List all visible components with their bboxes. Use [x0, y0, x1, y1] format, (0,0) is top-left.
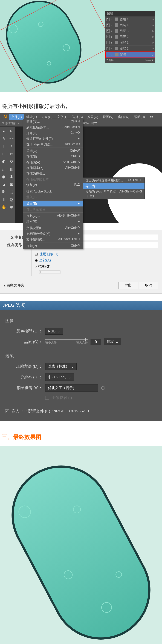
menu-item[interactable]: 新建(N)...Ctrl+N [23, 119, 83, 124]
tool-button[interactable]: ✎ [0, 135, 8, 142]
antialias-label: 消除锯齿 (A)： [5, 385, 42, 391]
tool-button[interactable]: ▸ [0, 127, 8, 135]
tool-button[interactable]: ⬚ [0, 165, 8, 173]
menu-item[interactable]: 文档颜色模式(M) ▸ [23, 231, 83, 236]
tool-button[interactable]: ◐ [0, 158, 8, 165]
menu-item[interactable]: 视图(V) [101, 114, 116, 120]
tool-button[interactable]: ⊕ [8, 203, 15, 211]
visibility-icon[interactable] [106, 24, 110, 27]
menu-item[interactable]: 从模板新建(T)...Shift+Ctrl+N [23, 124, 83, 130]
color-model-select[interactable]: RGB ⌄ [45, 328, 63, 334]
submenu-item[interactable]: 导出为... [83, 183, 144, 189]
tool-button[interactable]: ⫴ [0, 196, 8, 203]
chevron-right-icon: ▸ [78, 136, 80, 140]
tool-button[interactable]: ✱ [8, 173, 15, 180]
menu-item[interactable]: 最近打开的文件(F) ▸ [23, 136, 83, 142]
tool-button[interactable]: ✂ [8, 150, 15, 158]
layer-row[interactable]: ›图层 1○ [106, 40, 155, 46]
jpeg-options-dialog: JPEG 选项 图像 颜色模型 (C)： RGB ⌄ 品质 (Q)： 较小文件较… [0, 301, 162, 421]
info-icon[interactable]: i [101, 386, 105, 390]
export-button[interactable]: 导出 [118, 282, 138, 289]
radio-range[interactable]: ○ [35, 264, 37, 268]
resolution-select[interactable]: 中 (150 ppi) ⌄ [45, 374, 74, 381]
menu-item[interactable]: 打印(P)...Ctrl+P [23, 243, 83, 249]
menu-item[interactable]: 恢复(V)F12 [23, 182, 83, 188]
chevron-right-icon: ▸ [78, 232, 80, 236]
antialias-select[interactable]: 优化文字（提示） ⌄ [45, 384, 98, 392]
visibility-icon[interactable] [106, 35, 110, 38]
chevron-down-icon: ⌄ [68, 375, 71, 379]
menu-item[interactable]: 窗口(W) [116, 114, 132, 120]
tool-button[interactable]: ⊞ [8, 180, 15, 188]
visibility-icon[interactable] [106, 29, 110, 32]
quality-slider[interactable] [45, 339, 88, 340]
layer-name: 背景 [120, 52, 126, 57]
layer-thumbnail [114, 35, 118, 38]
tool-button[interactable]: □ [0, 150, 8, 158]
menu-item[interactable]: 打开(O)...Ctrl+O [23, 130, 83, 136]
tool-button[interactable]: ◢ [0, 180, 8, 188]
tool-button[interactable]: 〰 [8, 135, 15, 142]
submenu-item[interactable]: 导出为多种屏幕所用格式...Alt+Ctrl+E [83, 178, 144, 183]
menu-item[interactable]: 存储副本(Y)...Alt+Ctrl+S [23, 165, 83, 171]
tool-button[interactable]: ▹ [8, 127, 15, 135]
visibility-icon[interactable] [106, 41, 110, 44]
layer-row[interactable]: ›图层 2○ [106, 34, 155, 40]
layers-panel-title: 图层 [106, 10, 155, 16]
menu-item[interactable]: 存储(S)Ctrl+S [23, 154, 83, 160]
layer-thumbnail [114, 18, 118, 21]
tool-button[interactable]: / [8, 142, 15, 150]
checkbox-use-artboards[interactable]: ☑ [35, 252, 38, 256]
caption-1: 将所有小图形排版好后导出。 [0, 99, 162, 114]
visibility-icon[interactable] [106, 47, 110, 50]
menu-item[interactable]: 搜索 Adobe Stock... [23, 188, 83, 194]
menu-item[interactable]: 脚本(R) ▸ [23, 219, 83, 224]
menu-item[interactable]: 打包(G)...Alt+Shift+Ctrl+P [23, 213, 83, 219]
hide-folders-toggle[interactable]: ▴ 隐藏文件夹 [4, 283, 24, 288]
jpeg-dialog-title: JPEG 选项 [0, 301, 162, 310]
menu-item[interactable]: 导出(E) ▸ [23, 201, 83, 206]
submenu-item[interactable]: 存储为 Web 所用格式 (旧版)...Alt+Shift+Ctrl+S [83, 189, 144, 199]
cancel-button[interactable]: 取消 [139, 282, 158, 289]
menu-item[interactable]: 存储为模板... [23, 171, 83, 176]
embed-icc-checkbox[interactable]: ✓ [5, 410, 9, 413]
menu-item[interactable]: ■■ [147, 114, 156, 120]
layer-row[interactable]: ›图层 2○ [106, 46, 155, 52]
menu-item[interactable]: 关闭(C)Ctrl+W [23, 148, 83, 154]
menu-item[interactable]: 文档设置(D)...Alt+Ctrl+P [23, 225, 83, 231]
layer-name: 图层 18 [120, 17, 130, 22]
menu-item[interactable]: 文件信息(I)...Alt+Shift+Ctrl+I [23, 236, 83, 242]
menu-item[interactable]: 在 Bridge 中浏览...Alt+Ctrl+O [23, 142, 83, 147]
menu-item: 导出所选项目... [23, 206, 83, 212]
tool-button[interactable]: ▥ [8, 165, 15, 173]
compression-select[interactable]: 基线（标准） ⌄ [45, 363, 76, 370]
layer-row[interactable]: ›图层 18○ [106, 22, 155, 28]
options-section-title: 选项 [5, 353, 157, 361]
layer-row[interactable]: ›图层 3○ [106, 28, 155, 34]
layer-thumbnail [114, 29, 118, 33]
menu-item[interactable]: 效果(C) [85, 114, 100, 120]
tool-button[interactable]: ◉ [0, 173, 8, 180]
quality-value-input[interactable]: 9 [90, 339, 101, 345]
visibility-icon[interactable] [106, 18, 110, 21]
layer-row[interactable]: ›背景○ [106, 52, 155, 58]
menu-logo: Ai [2, 114, 9, 120]
layer-name: 图层 2 [120, 46, 128, 50]
visibility-icon[interactable] [107, 53, 110, 56]
menu-item[interactable]: 存储为(A)...Shift+Ctrl+S [23, 160, 83, 165]
menu-item[interactable]: 帮助(H) [132, 114, 147, 120]
tool-button[interactable]: T [0, 142, 8, 150]
quality-preset-select[interactable]: 最高 ⌄ [104, 338, 121, 345]
layer-row[interactable]: ›图层 18○ [106, 16, 155, 22]
tool-button[interactable]: ₪ [0, 188, 8, 196]
tool-button[interactable]: Q [8, 196, 15, 203]
radio-all[interactable]: ◉ [35, 258, 38, 262]
tool-button[interactable]: ↻ [8, 158, 15, 165]
tool-button[interactable]: ✋ [0, 203, 8, 211]
layers-footer: 7 图层 ⎙ ⊞ ▦ 🗑 [106, 58, 155, 63]
color-model-label: 颜色模型 (C)： [5, 328, 42, 334]
tool-button[interactable]: ⬚ [8, 188, 15, 196]
menu-item: 置入(L)... [23, 194, 83, 200]
chevron-down-icon: ⌄ [78, 386, 81, 390]
menu-item[interactable]: 文件(F) [9, 114, 24, 120]
